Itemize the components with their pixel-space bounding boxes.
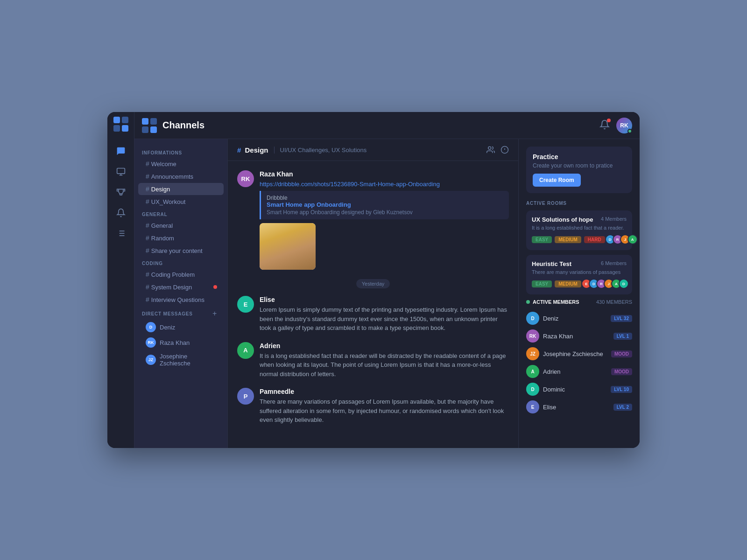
member-avatar-deniz: D [526,312,539,325]
member-row-adrien: A Adrien MOOD [526,363,632,380]
member-row-dominic: D Dominic LVL 10 [526,380,632,398]
nav-trophy-icon[interactable] [113,184,129,201]
room-card-ux: UX Solutions of hope 4 Members It is a l… [526,210,632,250]
practice-box: Practice Create your own room to pratice… [526,147,632,193]
svg-rect-3 [122,125,128,132]
sidebar-item-welcome[interactable]: # Welcome [138,158,224,170]
message-raza: RK Raza Khan https://dribbble.com/shots/… [237,170,509,270]
app-logo[interactable] [113,117,128,132]
dm-section-header: DIRECT MESSAGES + [134,306,227,319]
dm-avatar-raza: RK [146,337,156,348]
sidebar-section-general: GENERAL [134,208,227,219]
online-status-dot [627,129,632,133]
sidebar-item-ux-workout[interactable]: # UX_Workout [138,196,224,208]
message-link[interactable]: https://dribbble.com/shots/15236890-Smar… [260,181,440,188]
sidebar-item-coding-problem[interactable]: # Coding Problem [138,268,224,280]
room-name-heuristic: Heuristic Test [532,260,571,267]
svg-rect-0 [113,117,120,123]
channel-header: # Design UI/UX Challenges, UX Solutions [228,139,518,161]
sidebar-item-announcements[interactable]: # Announcemmts [138,170,224,182]
nav-bell-icon[interactable] [113,204,129,221]
member-name-adrien: Adrien [543,368,611,375]
room-members-heuristic: 6 Members [601,260,627,266]
sidebar-item-design[interactable]: # Design [138,183,224,195]
message-text-adrien: It is a long established fact that a rea… [260,351,509,379]
member-badge-elise: LVL 2 [613,404,632,411]
svg-rect-4 [117,168,125,174]
message-image [260,223,316,270]
sidebar-item-share-content[interactable]: # Share your content [138,245,224,257]
sidebar-item-general[interactable]: # General [138,219,224,231]
member-name-dominic: Dominic [543,386,611,393]
link-title: Smart Home app Onboarding [267,201,503,208]
info-icon[interactable] [500,146,509,154]
sidebar-item-random[interactable]: # Random [138,232,224,244]
channel-description: UI/UX Challenges, UX Solutions [274,147,367,154]
dm-section-label: DIRECT MESSAGES [142,311,193,316]
add-dm-button[interactable]: + [212,310,220,317]
member-avatar-raza: RK [526,329,539,343]
member-name-josephine: Josephine Zschiesche [543,350,611,357]
message-avatar-elise: E [237,296,254,313]
sidebar-item-system-design[interactable]: # System Design [138,281,224,293]
sidebar-section-informations: INFORMATIONS [134,147,227,157]
member-badge-deniz: LVL 32 [611,315,632,322]
member-row-deniz: D Deniz LVL 32 [526,309,632,327]
message-avatar-raza: RK [237,170,254,187]
sidebar-item-interview-questions[interactable]: # Interview Questions [138,294,224,306]
message-author: Raza Khan [260,170,293,178]
room-members-ux: 4 Members [601,216,627,222]
members-icon[interactable] [486,146,495,154]
room-tags-ux: EASY MEDIUM HARD D R J A [532,234,627,245]
tag-medium: MEDIUM [555,236,581,243]
practice-desc: Create your own room to pratice [533,162,626,169]
svg-rect-1 [122,117,128,123]
dm-item-raza[interactable]: RK Raza Khan [138,335,224,350]
header-actions: RK [599,118,632,133]
nav-screen-icon[interactable] [113,163,129,180]
create-room-button[interactable]: Create Room [533,174,581,187]
message-author-elise: Elise [260,296,275,303]
user-avatar[interactable]: RK [616,118,632,133]
nav-chat-icon[interactable] [113,143,129,160]
member-badge-josephine: MOOD [611,350,632,357]
room-desc-ux: It is a long established fact that a rea… [532,225,627,231]
channel-name: # Design [237,146,268,154]
dm-avatar-deniz: D [146,322,156,332]
tag-hard: HARD [584,236,605,243]
member-name-deniz: Deniz [543,315,611,322]
active-dot [526,300,530,304]
room-tags-heuristic: EASY MEDIUM E D R J A D [532,279,627,289]
member-row-raza: RK Raza Khan LVL 1 [526,327,632,345]
nav-list-icon[interactable] [113,225,129,242]
main-chat: # Design UI/UX Challenges, UX Solutions … [228,139,518,448]
member-badge-dominic: LVL 10 [611,386,632,393]
message-link-card: Dribbble Smart Home app Onboarding Smart… [260,191,509,219]
member-name-raza: Raza Khan [543,333,613,340]
message-pamneedle: P Pamneedle There are many variations of… [237,388,509,425]
practice-title: Practice [533,153,626,161]
message-content-raza: Raza Khan https://dribbble.com/shots/152… [260,170,509,270]
member-name-elise: Elise [543,404,613,411]
link-desc: Smart Home app Onboarding designed by Gl… [267,209,503,216]
date-divider: Yesterday [237,279,509,288]
message-avatar-pamneedle: P [237,388,254,405]
member-row-elise: E Elise LVL 2 [526,398,632,416]
room-desc-heuristic: There are many variations of passages [532,269,627,275]
dm-avatar-josephine: JZ [146,355,156,365]
member-badge-raza: LVL 1 [613,333,632,340]
message-text-pamneedle: There are many variations of passages of… [260,397,509,425]
tag-easy: EASY [532,236,552,243]
active-rooms-label: ACTIVE ROOMS [526,201,632,206]
dm-item-deniz[interactable]: D Deniz [138,320,224,335]
messages-area: RK Raza Khan https://dribbble.com/shots/… [228,161,518,448]
message-text-elise: Lorem Ipsum is simply dummy text of the … [260,305,509,333]
message-adrien: A Adrien It is a long established fact t… [237,342,509,379]
svg-rect-12 [150,118,157,125]
icon-bar [107,112,134,448]
dm-item-josephine[interactable]: JZ Josephine Zschiesche [138,350,224,369]
svg-point-15 [488,147,491,149]
notification-icon[interactable] [599,119,610,132]
members-count: 430 MEMBERS [596,299,632,305]
svg-rect-2 [113,125,120,132]
